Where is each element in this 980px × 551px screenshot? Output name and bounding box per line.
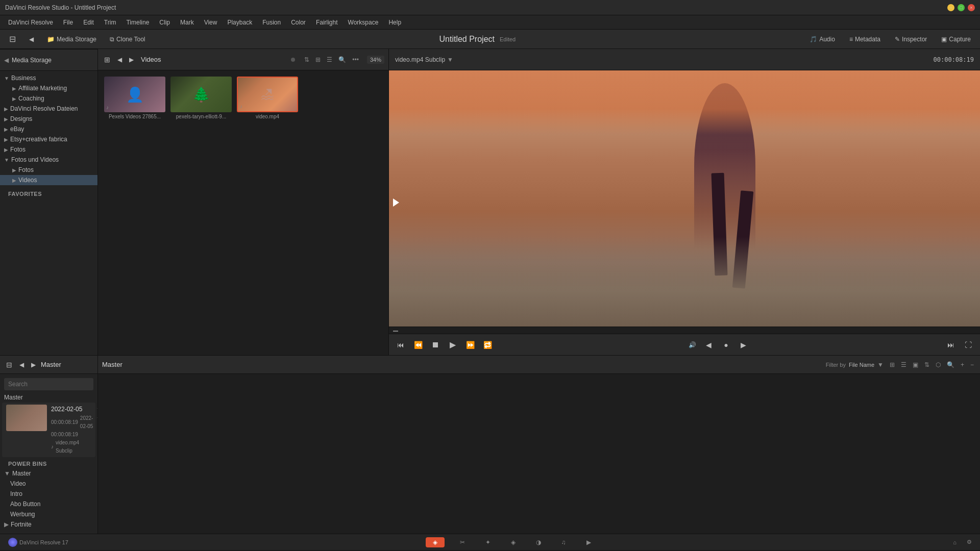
frame-right-button[interactable]: ▶ [737, 338, 750, 352]
clip-zoom-in-btn[interactable]: + [959, 360, 966, 369]
metadata-button[interactable]: ≡ Metadata [845, 34, 885, 45]
settings-button[interactable]: ⚙ [964, 537, 975, 547]
skip-to-start-button[interactable]: ⏮ [394, 338, 407, 352]
more-options-button[interactable]: ••• [350, 55, 361, 64]
sort-view-button[interactable]: ⇅ [302, 55, 311, 64]
edit-page-button[interactable]: ✦ [480, 537, 496, 547]
menu-color[interactable]: Color [287, 17, 310, 28]
panel-sidebar-toggle[interactable]: ⊞ [102, 55, 112, 65]
bins-item-video[interactable]: Video [0, 479, 97, 489]
media-page-button[interactable]: ◈ [426, 537, 445, 547]
clip-entry-container[interactable]: 2022-02-05 00:00:08:19 2022-02-05 00:00:… [2, 403, 95, 457]
skip-to-end-button[interactable]: ⏭ [944, 338, 958, 352]
menu-trim[interactable]: Trim [100, 17, 120, 28]
menu-mark[interactable]: Mark [176, 17, 198, 28]
preview-dropdown-arrow[interactable]: ▼ [447, 56, 453, 63]
tree-item-ebay[interactable]: ▶ eBay [0, 124, 97, 134]
bins-search-input[interactable] [4, 378, 93, 390]
tree-item-fotos-und-videos[interactable]: ▼ Fotos und Videos [0, 155, 97, 165]
fullscreen-button[interactable]: ⛶ [962, 338, 975, 352]
stop-button[interactable]: ⏹ [429, 338, 442, 352]
clip-expand-btn[interactable]: ⬡ [934, 360, 943, 369]
tree-item-business[interactable]: ▼ Business [0, 73, 97, 83]
fusion-page-button[interactable]: ◈ [506, 537, 521, 547]
media-thumb-0[interactable]: 👤 ♪ Pexels Videos 27865... [104, 77, 165, 119]
thumb-image-1[interactable]: 🌲 [170, 77, 232, 112]
clip-list-btn[interactable]: ☰ [899, 360, 909, 369]
frame-left-button[interactable]: ● [720, 338, 733, 352]
audio-page-button[interactable]: ♫ [556, 537, 571, 547]
thumb-image-0[interactable]: 👤 ♪ [104, 77, 165, 112]
media-thumb-2[interactable]: 🏖 ♪ video.mp4 [237, 77, 298, 119]
menu-help[interactable]: Help [384, 17, 405, 28]
play-button[interactable]: ▶ [446, 338, 459, 352]
bins-nav-prev[interactable]: ◀ [17, 360, 26, 369]
menu-edit[interactable]: Edit [79, 17, 98, 28]
prev-frame-button[interactable]: ⏪ [411, 338, 425, 352]
filter-dropdown-arrow[interactable]: ▼ [877, 361, 884, 368]
menu-fusion[interactable]: Fusion [258, 17, 285, 28]
menu-view[interactable]: View [200, 17, 222, 28]
bins-item-abo[interactable]: Abo Button [0, 499, 97, 509]
media-thumb-1[interactable]: 🌲 pexels-taryn-elliott-9... [170, 77, 232, 119]
preview-scrubber[interactable] [389, 327, 980, 334]
list-view-button[interactable]: ☰ [325, 55, 334, 64]
clip-grid-btn[interactable]: ⊞ [888, 360, 897, 369]
maximize-button[interactable]: □ [958, 4, 965, 11]
thumb-image-2[interactable]: 🏖 ♪ [237, 77, 298, 112]
tree-item-videos[interactable]: ▶ Videos [0, 175, 97, 185]
nav-prev-button[interactable]: ◀ [115, 55, 124, 64]
home-button[interactable]: ⌂ [950, 537, 960, 547]
playhead-indicator[interactable] [393, 198, 399, 207]
inspector-button[interactable]: ✎ Inspector [891, 34, 931, 45]
tree-item-fotos[interactable]: ▶ Fotos [0, 144, 97, 155]
zoom-control[interactable]: 34% [367, 56, 384, 64]
loop-button[interactable]: 🔁 [481, 338, 494, 352]
clip-action-button[interactable]: — [97, 414, 97, 421]
clone-tool-button[interactable]: ⧉ Clone Tool [106, 34, 149, 45]
tree-item-davinci[interactable]: ▶ DaVinci Resolve Dateien [0, 104, 97, 114]
volume-button[interactable]: 🔊 [689, 341, 696, 348]
close-button[interactable]: × [968, 4, 975, 11]
menu-workspace[interactable]: Workspace [344, 17, 383, 28]
menu-davinci[interactable]: DaVinci Resolve [4, 17, 57, 28]
minimize-button[interactable]: − [947, 4, 954, 11]
nav-back-button[interactable]: ◀ [25, 34, 38, 45]
tree-item-fotos-sub[interactable]: ▶ Fotos [0, 165, 97, 175]
menu-file[interactable]: File [59, 17, 77, 28]
clip-sort-btn[interactable]: ⇅ [922, 360, 932, 369]
clip-remove-button[interactable]: — [97, 405, 97, 412]
next-frame-button[interactable]: ⏩ [463, 338, 477, 352]
toolbar: ⊟ ◀ 📁 Media Storage ⧉ Clone Tool Untitle… [0, 30, 980, 49]
metadata-icon: ≡ [849, 36, 853, 43]
grid-view-button[interactable]: ⊞ [313, 55, 323, 64]
bins-item-fortnite[interactable]: ▶ Fortnite [0, 519, 97, 530]
color-page-button[interactable]: ◑ [531, 537, 546, 547]
clip-zoom-out-btn[interactable]: − [968, 360, 976, 369]
menu-clip[interactable]: Clip [155, 17, 174, 28]
tree-item-designs[interactable]: ▶ Designs [0, 114, 97, 124]
panel-toggle-button[interactable]: ⊟ [5, 32, 20, 46]
menu-fairlight[interactable]: Fairlight [312, 17, 342, 28]
deliver-page-button[interactable]: ▶ [581, 537, 596, 547]
prev-clip-button[interactable]: ◀ [702, 338, 716, 352]
bins-nav-next[interactable]: ▶ [29, 360, 38, 369]
bins-item-werbung[interactable]: Werbung [0, 509, 97, 519]
tree-item-etsy[interactable]: ▶ Etsy+creative fabrica [0, 134, 97, 144]
clip-search-btn[interactable]: 🔍 [945, 360, 957, 369]
bins-panel-toggle[interactable]: ⊟ [4, 360, 14, 370]
menu-playback[interactable]: Playback [223, 17, 256, 28]
capture-button[interactable]: ▣ Capture [937, 34, 975, 45]
nav-next-button[interactable]: ▶ [127, 55, 136, 64]
search-button[interactable]: 🔍 [336, 55, 348, 64]
clip-details-btn[interactable]: ▣ [911, 360, 920, 369]
media-storage-button[interactable]: 📁 Media Storage [43, 34, 101, 45]
bins-item-intro[interactable]: Intro [0, 489, 97, 499]
bins-item-master[interactable]: ▼ Master [0, 468, 97, 479]
menu-timeline[interactable]: Timeline [122, 17, 153, 28]
audio-button[interactable]: 🎵 Audio [805, 34, 839, 45]
tree-item-affiliate[interactable]: ▶ Affiliate Marketing [0, 83, 97, 93]
cut-page-button[interactable]: ✂ [455, 537, 470, 547]
davinci-logo-button[interactable]: DaVinci Resolve 17 [5, 536, 71, 548]
tree-item-coaching[interactable]: ▶ Coaching [0, 93, 97, 104]
